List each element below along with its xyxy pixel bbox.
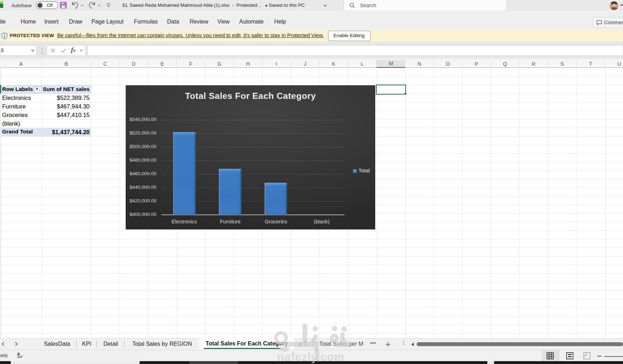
svg-text:nafezly.com: nafezly.com xyxy=(277,350,345,363)
